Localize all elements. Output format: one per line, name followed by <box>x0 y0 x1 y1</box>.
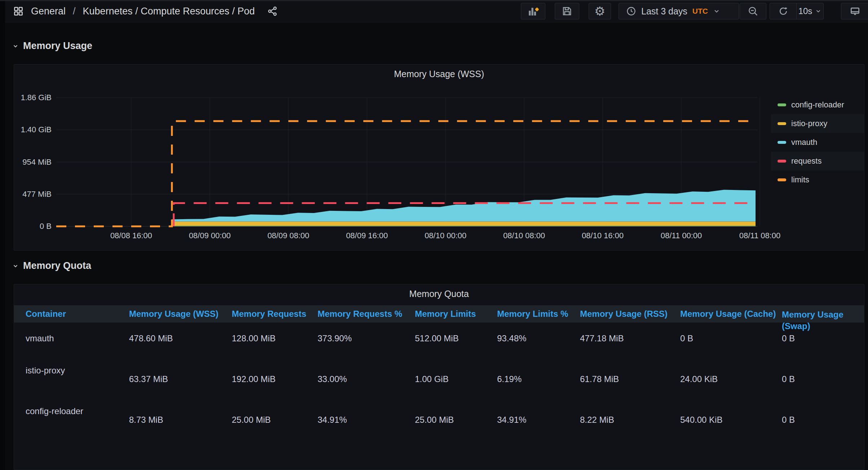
zoom-out-icon <box>748 6 758 17</box>
legend-label[interactable]: requests <box>791 156 821 166</box>
breadcrumb-section[interactable]: General <box>31 6 66 17</box>
legend-swatch <box>778 103 786 106</box>
memory-quota-panel: Memory Quota ContainerMemory Usage (WSS)… <box>14 284 864 470</box>
x-axis-label: 08/10 00:00 <box>415 231 476 240</box>
value-cell: 63.37 MiB <box>129 363 232 404</box>
legend-label[interactable]: istio-proxy <box>791 119 827 128</box>
container-name-cell: istio-proxy <box>26 363 129 404</box>
table-row-istio-proxy: istio-proxy63.37 MiB192.00 MiB33.00%1.00… <box>14 363 864 404</box>
legend-label[interactable]: config-reloader <box>791 100 844 110</box>
legend-item-vmauth[interactable]: vmauth <box>771 133 864 152</box>
memory-usage-panel: Memory Usage (WSS) 1.86 GiB1.40 GiB954 M… <box>14 64 864 250</box>
kiosk-mode-button[interactable] <box>841 3 868 19</box>
x-axis-label: 08/08 16:00 <box>101 231 162 240</box>
legend-swatch <box>778 122 786 125</box>
container-name-cell: config-reloader <box>26 404 129 445</box>
refresh-icon <box>778 6 788 16</box>
value-cell: 478.60 MiB <box>129 323 232 363</box>
value-cell: 6.19% <box>497 363 580 404</box>
nav-edge-strip <box>0 0 5 470</box>
share-icon[interactable] <box>267 6 278 17</box>
save-dashboard-icon <box>562 6 572 17</box>
memory-usage-panel-title[interactable]: Memory Usage (WSS) <box>14 69 864 79</box>
y-axis-label: 1.40 GiB <box>17 125 52 134</box>
legend-label[interactable]: limits <box>791 175 809 185</box>
series-area-istio-proxy <box>172 222 756 226</box>
value-cell: 192.00 MiB <box>232 363 318 404</box>
value-cell: 477.18 MiB <box>580 323 680 363</box>
series-area-config-reloader <box>172 226 756 226</box>
value-cell: 25.00 MiB <box>415 404 497 445</box>
value-cell: 0 B <box>782 323 864 363</box>
x-axis-label: 08/11 08:00 <box>729 231 790 240</box>
legend-item-requests[interactable]: requests <box>771 152 864 170</box>
refresh-button-group: 10s <box>770 3 824 19</box>
value-cell: 8.22 MiB <box>580 404 680 445</box>
value-cell: 61.78 MiB <box>580 363 680 404</box>
chart-legend: config-reloaderistio-proxyvmauthrequests… <box>771 96 864 189</box>
value-cell: 128.00 MiB <box>232 323 318 363</box>
x-axis-label: 08/10 16:00 <box>572 231 633 240</box>
breadcrumb-dashboard-title: Kubernetes / Compute Resources / Pod <box>83 6 255 17</box>
value-cell: 373.90% <box>318 323 415 363</box>
value-cell: 512.00 MiB <box>415 323 497 363</box>
table-body: vmauth478.60 MiB128.00 MiB373.90%512.00 … <box>14 323 864 445</box>
time-range-picker[interactable]: Last 3 days UTC <box>619 3 739 19</box>
refresh-interval-label: 10s <box>798 6 812 16</box>
legend-label[interactable]: vmauth <box>791 138 817 147</box>
value-cell: 25.00 MiB <box>232 404 318 445</box>
refresh-button[interactable] <box>770 3 796 19</box>
x-axis-label: 08/09 08:00 <box>258 231 319 240</box>
value-cell: 0 B <box>680 323 782 363</box>
value-cell: 33.00% <box>318 363 415 404</box>
section-memory-usage[interactable]: Memory Usage <box>12 40 92 52</box>
chevron-down-icon <box>815 8 821 14</box>
timezone-badge: UTC <box>692 7 708 15</box>
zoom-out-button[interactable] <box>740 3 766 19</box>
add-panel-button[interactable] <box>521 3 545 19</box>
save-dashboard-button[interactable] <box>555 3 579 19</box>
section-memory-quota[interactable]: Memory Quota <box>12 260 91 271</box>
value-cell: 0 B <box>782 404 864 445</box>
breadcrumb: General / Kubernetes / Compute Resources… <box>13 0 278 22</box>
memory-quota-table: ContainerMemory Usage (WSS)Memory Reques… <box>14 305 864 445</box>
x-axis-label: 08/09 16:00 <box>336 231 398 240</box>
dashboard-settings-button[interactable]: ⚙ <box>589 3 611 19</box>
legend-item-config-reloader[interactable]: config-reloader <box>771 96 864 114</box>
apps-grid-icon[interactable] <box>13 6 24 17</box>
x-axis-label: 08/09 00:00 <box>179 231 240 240</box>
value-cell: 24.00 KiB <box>680 363 782 404</box>
y-axis-label: 0 B <box>17 222 52 231</box>
memory-usage-chart <box>14 65 865 251</box>
value-cell: 8.73 MiB <box>129 404 232 445</box>
y-axis-label: 1.86 GiB <box>17 93 52 102</box>
section-title: Memory Usage <box>23 40 92 52</box>
memory-quota-panel-title[interactable]: Memory Quota <box>14 289 864 299</box>
refresh-interval-button[interactable]: 10s <box>797 3 823 19</box>
legend-swatch <box>778 160 786 163</box>
value-cell: 93.48% <box>497 323 580 363</box>
section-title: Memory Quota <box>23 260 91 271</box>
x-axis-label: 08/11 00:00 <box>651 231 712 240</box>
value-cell: 0 B <box>782 363 864 404</box>
series-area-vmauth <box>172 190 756 221</box>
legend-swatch <box>778 141 786 144</box>
chevron-down-icon <box>12 263 19 269</box>
add-panel-icon <box>527 5 539 17</box>
value-cell: 34.91% <box>497 404 580 445</box>
table-row-config-reloader: config-reloader8.73 MiB25.00 MiB34.91%25… <box>14 404 864 445</box>
monitor-icon <box>849 5 861 17</box>
table-row-vmauth: vmauth478.60 MiB128.00 MiB373.90%512.00 … <box>14 323 864 363</box>
legend-item-istio-proxy[interactable]: istio-proxy <box>771 114 864 133</box>
chevron-down-icon <box>713 8 720 15</box>
x-axis-label: 08/10 08:00 <box>493 231 555 240</box>
chevron-down-icon <box>12 43 19 49</box>
time-range-label: Last 3 days <box>641 6 687 17</box>
dashboard-header-bar: General / Kubernetes / Compute Resources… <box>0 0 868 22</box>
table-header-row: ContainerMemory Usage (WSS)Memory Reques… <box>14 305 864 323</box>
legend-swatch <box>778 178 786 181</box>
legend-item-limits[interactable]: limits <box>771 170 864 189</box>
container-name-cell: vmauth <box>26 323 129 363</box>
value-cell: 540.00 KiB <box>680 404 782 445</box>
y-axis-label: 477 MiB <box>17 190 52 199</box>
